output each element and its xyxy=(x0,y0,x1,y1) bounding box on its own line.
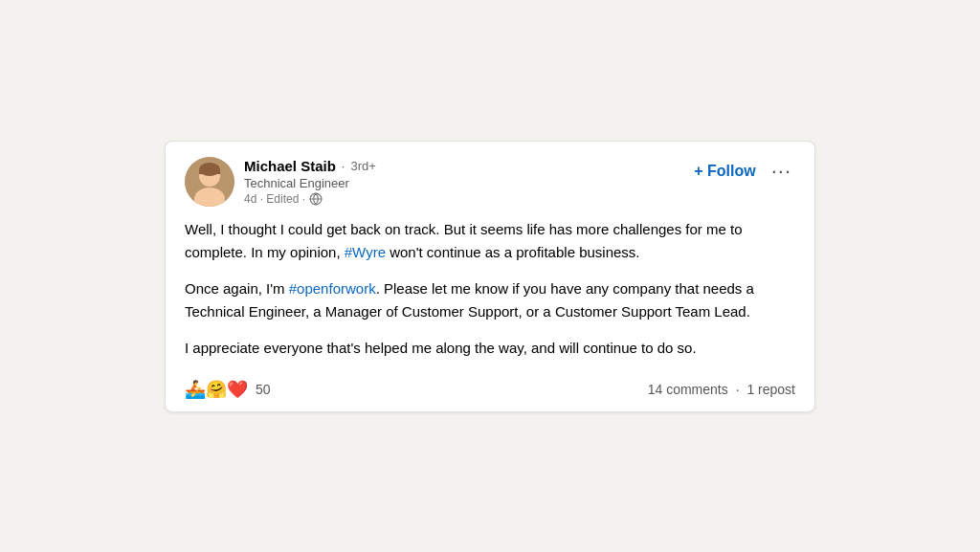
paragraph-3: I appreciate everyone that's helped me a… xyxy=(185,337,795,360)
user-name-row: Michael Staib · 3rd+ xyxy=(244,157,376,176)
paragraph-2: Once again, I'm #openforwork. Please let… xyxy=(185,277,795,323)
post-footer: 🚣 🤗 ❤️ 50 14 comments · 1 repost xyxy=(185,373,795,400)
paragraph-2-before: Once again, I'm xyxy=(185,280,289,297)
reactions-section[interactable]: 🚣 🤗 ❤️ 50 xyxy=(185,379,271,400)
hashtag-wyre[interactable]: #Wyre xyxy=(345,244,386,260)
emoji-care: 🤗 xyxy=(206,379,227,400)
avatar[interactable] xyxy=(185,157,234,207)
reaction-emojis: 🚣 🤗 ❤️ xyxy=(185,379,248,400)
user-details: Michael Staib · 3rd+ Technical Engineer … xyxy=(244,157,376,207)
reaction-count: 50 xyxy=(256,382,271,397)
more-options-button[interactable]: ··· xyxy=(768,161,795,182)
emoji-rowing: 🚣 xyxy=(185,379,206,400)
post-card: Michael Staib · 3rd+ Technical Engineer … xyxy=(165,141,815,412)
user-name[interactable]: Michael Staib xyxy=(244,157,336,176)
post-meta: 4d · Edited · xyxy=(244,192,376,206)
user-title: Technical Engineer xyxy=(244,176,376,190)
svg-rect-4 xyxy=(199,169,220,174)
emoji-heart: ❤️ xyxy=(227,379,248,400)
globe-icon xyxy=(309,192,323,206)
post-content: Well, I thought I could get back on trac… xyxy=(185,218,795,360)
hashtag-openforwork[interactable]: #openforwork xyxy=(289,280,376,297)
dot-separator: · xyxy=(736,382,740,397)
paragraph-1: Well, I thought I could get back on trac… xyxy=(185,218,795,264)
degree-level: 3rd+ xyxy=(350,159,375,173)
comments-count[interactable]: 14 comments xyxy=(648,382,728,397)
degree-badge: · xyxy=(342,159,345,173)
user-info-section: Michael Staib · 3rd+ Technical Engineer … xyxy=(185,157,376,207)
reposts-count[interactable]: 1 repost xyxy=(746,382,795,397)
post-time: 4d · Edited · xyxy=(244,192,305,206)
paragraph-1-after: won't continue as a profitable business. xyxy=(386,244,640,260)
post-header: Michael Staib · 3rd+ Technical Engineer … xyxy=(185,157,795,207)
header-actions: + Follow ··· xyxy=(694,157,795,182)
engagement-stats: 14 comments · 1 repost xyxy=(648,382,795,397)
follow-button[interactable]: + Follow xyxy=(694,163,755,180)
